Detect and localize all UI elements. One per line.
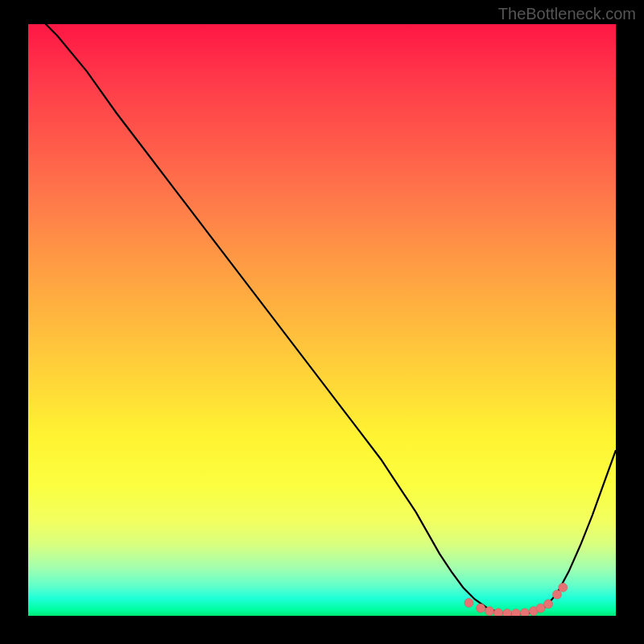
curve-marker	[502, 609, 511, 616]
chart-svg	[28, 24, 616, 616]
curve-marker	[477, 604, 485, 613]
curve-marker	[520, 609, 529, 616]
curve-marker	[544, 600, 553, 609]
curve-marker	[511, 609, 520, 616]
curve-marker	[559, 583, 568, 592]
curve-marker	[464, 598, 473, 607]
chart-plot-area	[28, 24, 616, 616]
watermark-text: TheBottleneck.com	[498, 5, 636, 23]
curve-marker	[494, 609, 503, 616]
curve-marker	[485, 607, 494, 616]
curve-marker	[553, 590, 562, 599]
bottleneck-curve	[28, 24, 616, 614]
